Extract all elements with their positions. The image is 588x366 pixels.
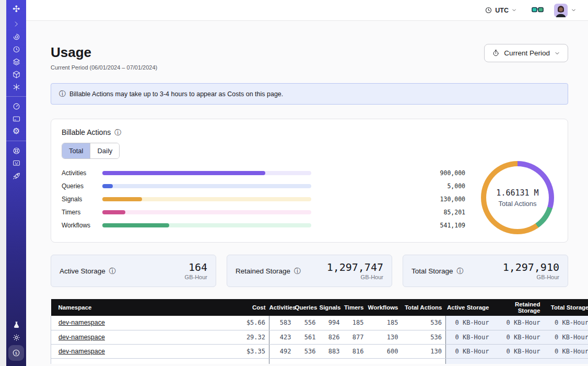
window-gutter (0, 0, 6, 366)
info-icon[interactable]: ⓘ (114, 129, 121, 136)
cell-workflows: 130 (368, 330, 402, 344)
chevron-down-icon (554, 50, 560, 56)
table-row: dev-namespace$5.665835569941851855360 KB… (51, 316, 588, 330)
bar-value: 130,000 (311, 196, 465, 203)
cell-signals: 826 (320, 330, 344, 344)
asterisk-icon[interactable] (6, 81, 26, 93)
cell-signals: 883 (320, 344, 344, 358)
bar-fill (102, 197, 142, 201)
clock-icon (485, 6, 492, 14)
namespace-link[interactable]: dev-namespace (58, 334, 105, 341)
chevron-right-expand-icon[interactable] (6, 18, 26, 30)
col-header-timers: Timers (344, 299, 368, 316)
sun-theme-icon[interactable] (6, 331, 26, 343)
bar-row-signals: Signals130,000 (62, 197, 465, 201)
info-icon[interactable]: ⓘ (294, 268, 301, 274)
namespace-cell: dev-namespace (51, 344, 237, 358)
svg-text:$: $ (15, 351, 18, 356)
cell-active-storage: 0 KB-Hour (446, 316, 493, 330)
cell-cost: 29.32 (237, 330, 269, 344)
info-icon[interactable]: ⓘ (109, 268, 116, 274)
credit-card-icon[interactable] (6, 113, 26, 124)
cell-retained-storage: 0 KB-Hour (493, 330, 544, 344)
cell-total-actions: 536 (402, 330, 446, 344)
bar-track (102, 171, 311, 175)
bar-fill (102, 210, 125, 214)
gauge-usage-icon[interactable] (6, 100, 26, 112)
cell-total-storage: 0 KB-Hour (544, 316, 588, 330)
bar-label: Queries (62, 182, 102, 190)
namespace-cell: dev-namespace (51, 330, 237, 344)
info-icon[interactable]: ⓘ (457, 268, 464, 274)
temporal-logo-icon: ✣ (6, 3, 26, 15)
table-body: dev-namespace$5.665835569941851855360 KB… (51, 316, 588, 364)
info-icon: ⓘ (59, 90, 66, 97)
retained-storage-label: Retained Storage (236, 267, 290, 275)
period-selector-label: Current Period (504, 49, 550, 57)
cube-icon[interactable] (6, 68, 26, 80)
sidebar-divider (6, 141, 26, 141)
cell-queries: 556 (295, 316, 320, 330)
spiral-icon[interactable] (6, 31, 26, 42)
billable-actions-title: Billable Actions (62, 128, 111, 136)
glasses-icon (532, 7, 544, 14)
cell-activities: 492 (269, 344, 295, 358)
sidebar-divider (6, 96, 26, 97)
period-selector-button[interactable]: Current Period (484, 44, 568, 62)
cell-total-actions: 130 (402, 344, 446, 358)
gear-settings-icon[interactable]: ⚙ (6, 125, 26, 137)
active-storage-value: 164 (185, 262, 207, 273)
bar-track (102, 184, 311, 188)
cell-queries: 561 (295, 330, 320, 344)
namespace-usage-table: NamespaceCostActivitiesQueriesSignalsTim… (51, 299, 568, 364)
bar-label: Workflows (62, 222, 102, 229)
col-header-retained-storage: Retained Storage (493, 299, 544, 316)
monitor-face-icon[interactable] (6, 157, 26, 169)
account-menu[interactable] (554, 4, 577, 17)
bar-value: 5,000 (311, 182, 465, 190)
active-storage-unit: GB-Hour (185, 274, 207, 280)
dollar-coin-usage-active[interactable]: $ (8, 345, 24, 361)
tab-total[interactable]: Total (62, 143, 90, 158)
info-banner: ⓘ Billable Actions may take up to 3-4 ho… (51, 83, 568, 105)
bar-label: Signals (62, 196, 102, 203)
billable-actions-card: Billable Actions ⓘ Total Daily Activitie… (51, 119, 568, 243)
cell-activities: 583 (269, 316, 295, 330)
active-storage-label: Active Storage (60, 267, 105, 275)
timezone-selector[interactable]: UTC (485, 6, 517, 14)
cell-retained-storage: 0 KB-Hour (493, 344, 544, 358)
cell-total-actions: 536 (402, 316, 446, 330)
table-header-row: NamespaceCostActivitiesQueriesSignalsTim… (51, 299, 588, 316)
layers-icon[interactable] (6, 56, 26, 67)
namespace-link[interactable]: dev-namespace (58, 348, 105, 355)
bar-track (102, 210, 311, 214)
clock-schedule-icon[interactable] (6, 43, 26, 55)
avatar (554, 4, 568, 17)
bar-label: Activities (62, 169, 102, 177)
timezone-label: UTC (495, 7, 509, 14)
cell-workflows: 185 (368, 316, 402, 330)
col-header-queries: Queries (295, 299, 320, 316)
retained-storage-card: Retained Storage ⓘ 1,297,747 GB-Hour (227, 255, 392, 287)
demo-glasses-button[interactable] (532, 7, 544, 14)
retained-storage-value: 1,297,747 (327, 262, 383, 273)
billable-bar-chart: Activities900,000Queries5,000Signals130,… (62, 171, 465, 227)
total-daily-toggle: Total Daily (62, 143, 120, 159)
col-header-activities: Activities (269, 299, 295, 316)
bar-track (102, 197, 311, 201)
table-row: dev-namespace29.324235618268771305360 KB… (51, 330, 588, 344)
cell-workflows: 600 (368, 344, 402, 358)
dollar-coin-icon: $ (11, 348, 21, 358)
rocket-icon[interactable] (6, 170, 26, 181)
flask-icon[interactable] (6, 319, 26, 330)
chevron-down-icon (571, 7, 577, 13)
tab-daily[interactable]: Daily (90, 143, 119, 158)
lifebuoy-support-icon[interactable] (6, 145, 26, 156)
cell-retained-storage: 0 KB-Hour (493, 316, 544, 330)
bar-fill (102, 223, 169, 227)
cell-active-storage: 0 KB-Hour (446, 330, 493, 344)
cell-cost: $3.35 (237, 344, 269, 358)
total-storage-card: Total Storage ⓘ 1,297,910 GB-Hour (403, 255, 568, 287)
namespace-link[interactable]: dev-namespace (58, 319, 105, 326)
col-header-cost: Cost (237, 299, 269, 316)
